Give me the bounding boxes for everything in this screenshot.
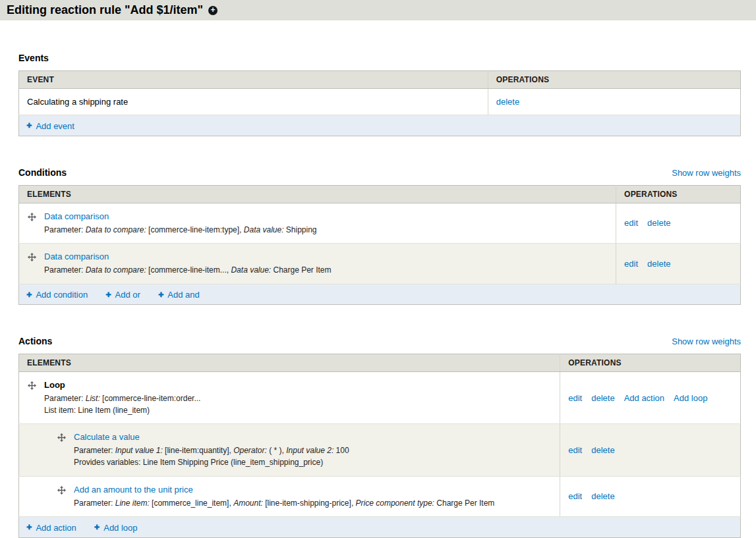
parameter-label: Data value: (244, 225, 284, 234)
table-row: Add an amount to the unit priceParameter… (19, 476, 741, 517)
actions-section: Actions Show row weights ELEMENTS OPERAT… (18, 336, 741, 537)
add-row-cell: ✚Add condition✚Add or✚Add and (19, 284, 741, 305)
edit-link[interactable]: edit (624, 259, 638, 269)
parameter-text: Parameter: (44, 225, 86, 234)
parameter-line: Provides variables: Line Item Shipping P… (74, 458, 552, 468)
edit-link[interactable]: edit (624, 218, 638, 228)
element-body: LoopParameter: List: [commerce-line-item… (44, 380, 552, 416)
parameter-text: [line-item-shipping-price], (263, 498, 356, 508)
parameter-label: Operator: (233, 446, 267, 455)
parameter-line: List item: Line Item (line_item) (44, 406, 552, 416)
drag-handle-icon[interactable] (28, 253, 36, 261)
parameter-label: Price component type: (356, 498, 434, 508)
add-loop-link[interactable]: Add loop (674, 393, 707, 403)
add-event-link[interactable]: ✚Add event (26, 121, 74, 131)
delete-link[interactable]: delete (591, 445, 614, 455)
element-row-inner: Add an amount to the unit priceParameter… (57, 485, 552, 509)
add-loop-link[interactable]: ✚Add loop (94, 523, 138, 533)
add-link-label: Add and (167, 290, 199, 300)
parameter-text: Charge Per Item (271, 265, 331, 275)
add-action-link[interactable]: ✚Add action (26, 523, 76, 533)
page-title: Editing reaction rule "Add $1/item" (7, 3, 203, 17)
element-body: Calculating a shipping rate (27, 97, 480, 107)
elements-cell: Calculate a valueParameter: Input value … (19, 424, 560, 476)
drag-handle-icon[interactable] (57, 433, 66, 442)
add-link-label: Add condition (36, 290, 88, 300)
element-row-inner: Calculating a shipping rate (27, 97, 480, 107)
rule-edit-content: Events EVENT OPERATIONS Calculating a sh… (0, 53, 756, 538)
element-title-link[interactable]: Calculate a value (74, 432, 140, 442)
table-row: LoopParameter: List: [commerce-line-item… (19, 372, 741, 424)
parameter-label: Line item: (115, 498, 150, 508)
delete-link[interactable]: delete (647, 259, 670, 269)
edit-link[interactable]: edit (568, 491, 582, 501)
element-row-inner: LoopParameter: List: [commerce-line-item… (27, 380, 552, 416)
parameter-text: Provides variables: Line Item Shipping P… (74, 458, 323, 467)
edit-link[interactable]: edit (568, 445, 582, 455)
parameter-line: Parameter: List: [commerce-line-item:ord… (44, 394, 552, 404)
plus-icon: ✚ (158, 292, 163, 298)
elements-cell: Add an amount to the unit priceParameter… (19, 476, 560, 517)
parameter-line: Parameter: Input value 1: [line-item:qua… (74, 446, 552, 456)
conditions-table: ELEMENTS OPERATIONS Data comparisonParam… (18, 185, 741, 306)
parameter-text: Parameter: (74, 498, 115, 508)
add-shortcut-icon[interactable]: + (208, 6, 218, 15)
operations-column-header: OPERATIONS (488, 71, 740, 89)
element-title-link[interactable]: Add an amount to the unit price (74, 485, 193, 495)
drag-handle-icon[interactable] (28, 213, 36, 221)
element-title-link[interactable]: Data comparison (44, 211, 109, 221)
parameter-label: Data to compare: (86, 265, 146, 275)
plus-icon: ✚ (105, 292, 111, 298)
parameter-text: [commerce_line_item], (150, 498, 233, 508)
parameter-line: Parameter: Line item: [commerce_line_ite… (74, 498, 552, 509)
element-body: Add an amount to the unit priceParameter… (74, 485, 552, 509)
drag-handle-icon[interactable] (28, 381, 36, 390)
add-row-cell: ✚Add event (19, 115, 741, 136)
parameter-label: Data to compare: (86, 225, 146, 234)
elements-cell: LoopParameter: List: [commerce-line-item… (19, 372, 560, 424)
parameter-label: Input value 2: (286, 446, 334, 455)
events-section: Events EVENT OPERATIONS Calculating a sh… (18, 53, 741, 136)
element-title-link[interactable]: Data comparison (44, 252, 109, 261)
events-column-header: EVENT (19, 71, 488, 89)
delete-link[interactable]: delete (591, 393, 614, 403)
element-row-inner: Data comparisonParameter: Data to compar… (27, 211, 608, 236)
show-row-weights-link[interactable]: Show row weights (672, 168, 741, 178)
add-link-label: Add action (36, 523, 76, 533)
parameter-text: Charge Per Item (434, 498, 494, 508)
drag-handle-icon[interactable] (57, 486, 66, 495)
add-row: ✚Add event (19, 115, 741, 136)
show-row-weights-link[interactable]: Show row weights (672, 336, 741, 346)
parameter-label: Input value 1: (115, 446, 163, 455)
add-link-label: Add or (115, 290, 140, 300)
plus-icon: ✚ (26, 122, 32, 129)
element-row-inner: Calculate a valueParameter: Input value … (57, 432, 552, 468)
add-row: ✚Add condition✚Add or✚Add and (19, 284, 741, 305)
parameter-text: Parameter: (44, 394, 86, 403)
delete-link[interactable]: delete (591, 491, 614, 501)
plus-icon: ✚ (26, 292, 32, 298)
elements-column-header: ELEMENTS (19, 185, 616, 203)
add-row-cell: ✚Add action✚Add loop (19, 517, 741, 538)
parameter-text: Parameter: (74, 446, 115, 455)
add-action-link[interactable]: Add action (624, 393, 664, 403)
add-link-label: Add event (36, 121, 74, 131)
parameter-text: List item: Line Item (line_item) (44, 406, 150, 415)
operations-cell: editdelete (560, 424, 741, 476)
operations-cell: editdelete (560, 476, 741, 517)
operations-cell: editdelete (616, 203, 741, 244)
edit-link[interactable]: edit (568, 393, 582, 403)
element-body: Calculate a valueParameter: Input value … (74, 432, 552, 468)
add-or-link[interactable]: ✚Add or (105, 290, 140, 300)
parameter-text: ( * ), (267, 446, 286, 455)
add-condition-link[interactable]: ✚Add condition (26, 290, 88, 300)
operations-column-header: OPERATIONS (616, 185, 741, 203)
parameter-text: [commerce-line-item:type], (146, 225, 244, 234)
delete-link[interactable]: delete (647, 218, 670, 228)
parameter-text: Shipping (284, 225, 317, 234)
table-row: Data comparisonParameter: Data to compar… (19, 203, 741, 244)
add-and-link[interactable]: ✚Add and (158, 290, 200, 300)
delete-link[interactable]: delete (496, 97, 519, 107)
plus-icon: ✚ (94, 524, 100, 531)
actions-table: ELEMENTS OPERATIONS LoopParameter: List:… (18, 354, 741, 537)
